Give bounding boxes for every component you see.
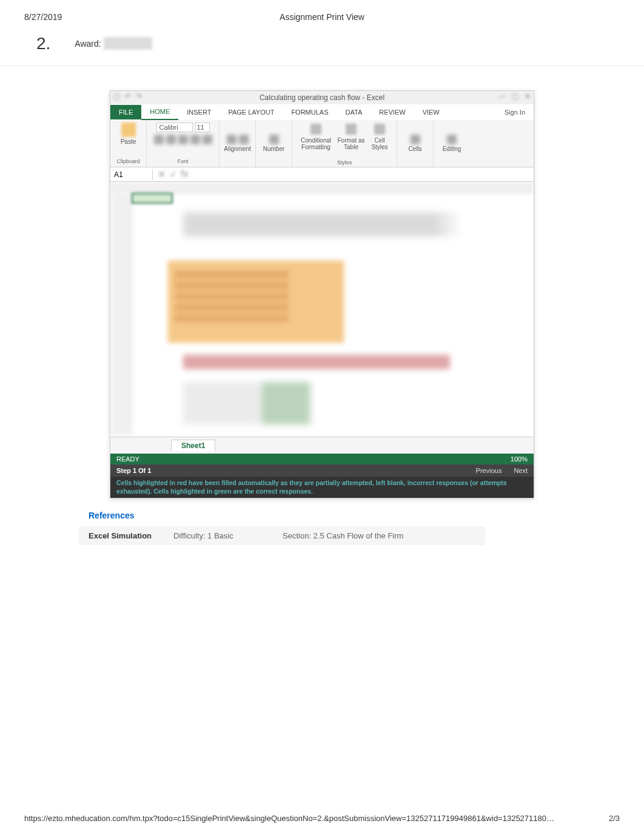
meta-section: Section: 2.5 Cash Flow of the Firm xyxy=(283,531,403,540)
tab-data[interactable]: DATA xyxy=(337,105,371,119)
header-date: 8/27/2019 xyxy=(24,12,62,22)
tab-file[interactable]: FILE xyxy=(110,105,141,119)
editing-icons[interactable] xyxy=(447,135,457,144)
next-button[interactable]: Next xyxy=(514,467,528,474)
step-bar: Step 1 Of 1 Previous Next xyxy=(110,464,534,477)
footer-page-number: 2/3 xyxy=(609,814,620,823)
selected-cell-a1[interactable] xyxy=(132,193,173,204)
font-style-icons[interactable] xyxy=(154,135,212,144)
name-box[interactable]: A1 xyxy=(110,169,153,180)
cell-styles-icon[interactable] xyxy=(374,124,385,135)
excel-window: ▢↶↷ Calculating operating cash flow - Ex… xyxy=(110,90,534,498)
award-label: Award: xyxy=(75,39,101,49)
tab-home[interactable]: HOME xyxy=(141,104,178,120)
editing-label: Editing xyxy=(443,146,461,152)
alignment-icons[interactable] xyxy=(227,135,249,144)
ribbon-tabs: FILE HOME INSERT PAGE LAYOUT FORMULAS DA… xyxy=(110,104,534,120)
step-label: Step 1 Of 1 xyxy=(116,467,151,474)
header-title: Assignment Print View xyxy=(280,12,364,22)
cells-label: Cells xyxy=(408,146,421,152)
references-link[interactable]: References xyxy=(89,511,644,520)
tab-formulas[interactable]: FORMULAS xyxy=(283,105,337,119)
cell-styles-label: Cell Styles xyxy=(370,137,389,150)
conditional-formatting-icon[interactable] xyxy=(310,124,321,135)
row-headers[interactable] xyxy=(110,193,132,435)
excel-titlebar: ▢↶↷ Calculating operating cash flow - Ex… xyxy=(110,91,534,104)
question-number: 2. xyxy=(36,34,50,53)
tab-insert[interactable]: INSERT xyxy=(178,105,220,119)
hint-message: Cells highlighted in red have been fille… xyxy=(110,477,534,498)
metadata-row: Excel Simulation Difficulty: 1 Basic Sec… xyxy=(79,526,485,545)
clipboard-group-label: Clipboard xyxy=(116,158,140,164)
format-as-table-icon[interactable] xyxy=(346,124,357,135)
format-as-table-label: Format as Table xyxy=(337,137,365,150)
meta-type: Excel Simulation xyxy=(89,531,173,540)
blurred-instruction-row xyxy=(183,355,450,369)
tab-view[interactable]: VIEW xyxy=(414,105,448,119)
blurred-data-box xyxy=(168,261,344,343)
excel-status-bar: READY 100% xyxy=(110,454,534,464)
sheet-tab-bar: Sheet1 xyxy=(110,437,534,454)
tab-review[interactable]: REVIEW xyxy=(371,105,414,119)
status-ready: READY xyxy=(116,455,139,463)
quick-access-toolbar[interactable]: ▢↶↷ xyxy=(113,92,142,101)
alignment-label: Alignment xyxy=(224,146,250,152)
page-footer: https://ezto.mheducation.com/hm.tpx?todo… xyxy=(24,814,620,823)
conditional-formatting-label: Conditional Formatting xyxy=(300,137,332,150)
font-group-label: Font xyxy=(177,158,188,164)
font-size-select[interactable]: 11 xyxy=(195,122,210,132)
font-name-select[interactable]: Calibri xyxy=(156,122,193,132)
footer-url: https://ezto.mheducation.com/hm.tpx?todo… xyxy=(24,814,554,823)
formula-bar-row: A1 ✕✓fx xyxy=(110,167,534,182)
question-header: 2. Award: xxxxx xyxy=(0,28,644,66)
formula-bar-icons[interactable]: ✕✓fx xyxy=(153,169,193,180)
award-value-blurred: xxxxx xyxy=(104,37,152,50)
zoom-level[interactable]: 100% xyxy=(511,455,528,463)
previous-button[interactable]: Previous xyxy=(476,467,502,474)
tab-page-layout[interactable]: PAGE LAYOUT xyxy=(220,105,283,119)
number-label: Number xyxy=(263,146,285,152)
styles-group-label: Styles xyxy=(337,159,352,166)
paste-label: Paste xyxy=(113,138,144,145)
spreadsheet-area[interactable] xyxy=(110,182,534,437)
column-headers[interactable] xyxy=(110,182,534,193)
cells-icons[interactable] xyxy=(411,135,420,144)
window-controls[interactable]: —▢✕ xyxy=(498,92,531,101)
meta-difficulty: Difficulty: 1 Basic xyxy=(173,531,283,540)
paste-icon[interactable] xyxy=(121,122,136,137)
ribbon-content: Paste Clipboard Calibri 11 Font Alignmen… xyxy=(110,120,534,167)
number-icons[interactable] xyxy=(269,135,279,144)
blurred-content-title xyxy=(183,212,462,236)
blurred-answer-box xyxy=(183,382,335,424)
signin-link[interactable]: Sign In xyxy=(496,105,534,119)
excel-window-title: Calculating operating cash flow - Excel xyxy=(260,93,384,102)
sheet-tab-sheet1[interactable]: Sheet1 xyxy=(171,440,215,451)
